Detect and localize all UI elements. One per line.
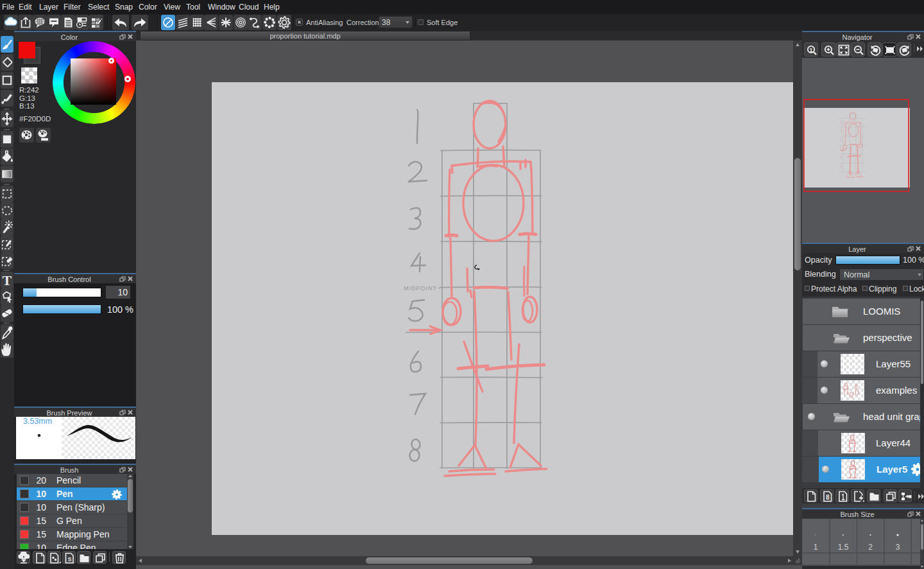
svg-text:MIDPOINT: MIDPOINT	[404, 285, 437, 292]
svg-text:1: 1	[814, 543, 818, 552]
svg-text:T: T	[3, 273, 12, 288]
svg-text:2: 2	[868, 543, 873, 552]
svg-text:1.5: 1.5	[838, 543, 849, 552]
svg-text:1: 1	[809, 47, 812, 53]
svg-text:3: 3	[896, 543, 900, 552]
svg-text:8: 8	[826, 494, 830, 501]
svg-text:S: S	[67, 556, 71, 563]
